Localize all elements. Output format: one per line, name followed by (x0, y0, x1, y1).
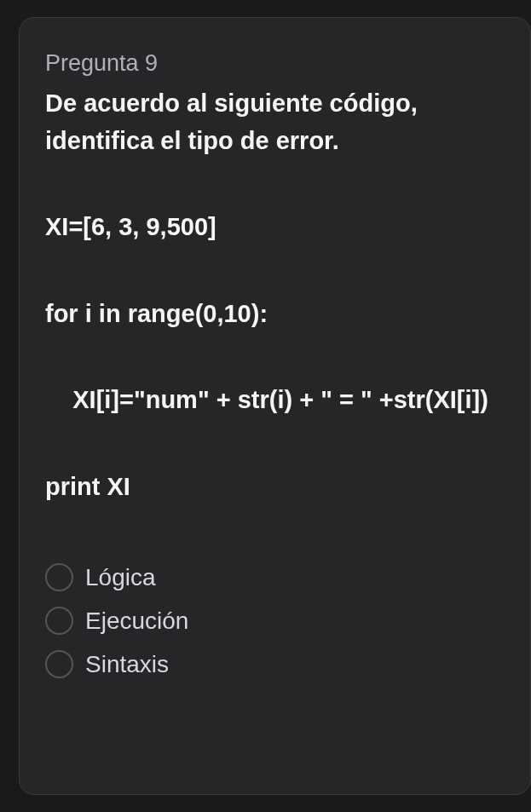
radio-icon (45, 607, 73, 635)
option-label: Sintaxis (85, 651, 169, 678)
code-line-1: XI=[6, 3, 9,500] (45, 209, 505, 246)
radio-icon (45, 650, 73, 678)
question-card: Pregunta 9 De acuerdo al siguiente códig… (19, 17, 531, 795)
code-line-4: print XI (45, 469, 505, 506)
option-ejecucion[interactable]: Ejecución (45, 607, 505, 635)
option-label: Lógica (85, 564, 156, 591)
option-label: Ejecución (85, 608, 188, 635)
question-title: De acuerdo al siguiente código, identifi… (45, 85, 505, 159)
option-logica[interactable]: Lógica (45, 563, 505, 591)
question-number-label: Pregunta 9 (45, 50, 505, 77)
code-block: XI=[6, 3, 9,500] for i in range(0,10): X… (45, 209, 505, 505)
options-group: Lógica Ejecución Sintaxis (45, 563, 505, 678)
code-line-3: XI[i]="num" + str(i) + " = " +str(XI[i]) (45, 382, 505, 419)
option-sintaxis[interactable]: Sintaxis (45, 650, 505, 678)
radio-icon (45, 563, 73, 591)
code-line-2: for i in range(0,10): (45, 296, 505, 333)
